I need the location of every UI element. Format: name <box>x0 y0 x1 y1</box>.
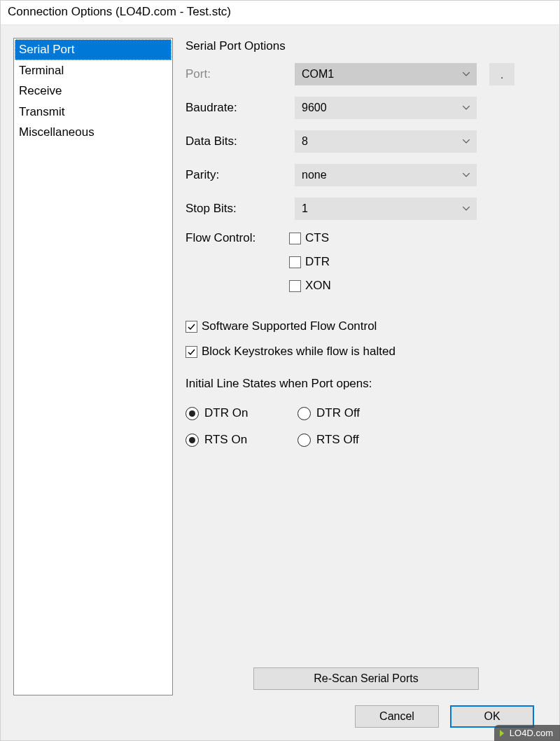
main-area: Serial Port Terminal Receive Transmit Mi… <box>13 38 547 695</box>
checkbox-dtr-row: DTR <box>289 255 331 269</box>
cancel-button[interactable]: Cancel <box>355 705 439 728</box>
initial-line-states-label: Initial Line States when Port opens: <box>186 377 547 391</box>
radio-rts-off-row: RTS Off <box>298 433 410 447</box>
checkbox-dtr[interactable] <box>289 256 301 268</box>
port-combo-value: COM1 <box>302 68 334 81</box>
sidebar: Serial Port Terminal Receive Transmit Mi… <box>13 38 173 695</box>
checkbox-swflow-label: Software Supported Flow Control <box>202 319 377 333</box>
stopbits-combo[interactable]: 1 <box>295 198 477 220</box>
sidebar-item-receive[interactable]: Receive <box>15 81 172 102</box>
row-parity: Parity: none <box>186 164 547 186</box>
baudrate-combo[interactable]: 9600 <box>295 97 477 119</box>
dialog-window: Connection Options (LO4D.com - Test.stc)… <box>0 0 560 741</box>
radio-dtr-on[interactable] <box>186 407 199 420</box>
flow-group: CTS DTR <box>289 231 331 293</box>
checkbox-cts[interactable] <box>289 233 301 244</box>
radio-rts-on-label: RTS On <box>204 433 247 447</box>
flowcontrol-label: Flow Control: <box>186 231 289 245</box>
section-title: Serial Port Options <box>186 39 547 53</box>
sidebar-item-miscellaneous[interactable]: Miscellaneous <box>15 122 172 143</box>
form: Port: COM1 . Baudrate: 9600 <box>186 63 547 695</box>
initial-line-states-group: DTR On DTR Off RTS On RTS Off <box>186 406 547 447</box>
radio-dtr-off[interactable] <box>298 407 311 420</box>
radio-rts-on-row: RTS On <box>186 433 298 447</box>
checkbox-dtr-label: DTR <box>305 255 330 269</box>
row-baudrate: Baudrate: 9600 <box>186 97 547 119</box>
content-panel: Serial Port Options Port: COM1 . <box>186 38 547 695</box>
sidebar-item-terminal[interactable]: Terminal <box>15 60 172 81</box>
radio-dtr-off-label: DTR Off <box>316 406 360 420</box>
radio-rts-on[interactable] <box>186 434 199 447</box>
checkbox-swflow[interactable] <box>186 321 197 333</box>
parity-combo[interactable]: none <box>295 164 477 186</box>
checkbox-cts-row: CTS <box>289 231 331 245</box>
checkbox-xon[interactable] <box>289 280 301 292</box>
row-flowcontrol: Flow Control: CTS <box>186 231 547 293</box>
chevron-down-icon <box>463 72 470 76</box>
checkbox-blockkeys-label: Block Keystrokes while flow is halted <box>202 345 396 359</box>
play-icon <box>500 730 504 737</box>
baudrate-label: Baudrate: <box>186 101 289 115</box>
stopbits-label: Stop Bits: <box>186 202 289 216</box>
client-area: Serial Port Terminal Receive Transmit Mi… <box>1 25 559 740</box>
radio-dtr-on-label: DTR On <box>204 406 248 420</box>
chevron-down-icon <box>463 139 470 144</box>
checkbox-cts-label: CTS <box>305 231 329 245</box>
databits-combo-value: 8 <box>302 135 308 148</box>
radio-rts-off[interactable] <box>298 434 311 447</box>
chevron-down-icon <box>463 106 470 110</box>
databits-label: Data Bits: <box>186 134 289 148</box>
databits-combo[interactable]: 8 <box>295 130 477 153</box>
rescan-button[interactable]: Re-Scan Serial Ports <box>253 667 479 690</box>
sidebar-item-transmit[interactable]: Transmit <box>15 102 172 123</box>
port-label: Port: <box>186 67 289 81</box>
sidebar-item-serial-port[interactable]: Serial Port <box>15 39 172 60</box>
dialog-footer: Cancel OK <box>13 695 547 740</box>
row-stopbits: Stop Bits: 1 <box>186 198 547 220</box>
port-combo[interactable]: COM1 <box>295 63 477 85</box>
port-browse-button[interactable]: . <box>489 63 514 85</box>
parity-label: Parity: <box>186 168 289 182</box>
stopbits-combo-value: 1 <box>302 202 308 215</box>
checkbox-swflow-row: Software Supported Flow Control <box>186 319 547 333</box>
watermark-label: LO4D.com <box>510 728 553 738</box>
checkbox-blockkeys[interactable] <box>186 346 197 358</box>
row-port: Port: COM1 . <box>186 63 547 85</box>
checkbox-xon-label: XON <box>305 279 331 293</box>
checkbox-blockkeys-row: Block Keystrokes while flow is halted <box>186 345 547 359</box>
chevron-down-icon <box>463 207 470 211</box>
radio-rts-off-label: RTS Off <box>316 433 359 447</box>
row-databits: Data Bits: 8 <box>186 130 547 153</box>
radio-dtr-off-row: DTR Off <box>298 406 410 420</box>
baudrate-combo-value: 9600 <box>302 102 327 114</box>
radio-dtr-on-row: DTR On <box>186 406 298 420</box>
watermark: LO4D.com <box>494 725 560 741</box>
checkbox-xon-row: XON <box>289 279 331 293</box>
parity-combo-value: none <box>302 169 327 181</box>
window-title: Connection Options (LO4D.com - Test.stc) <box>1 1 559 25</box>
chevron-down-icon <box>463 173 470 177</box>
